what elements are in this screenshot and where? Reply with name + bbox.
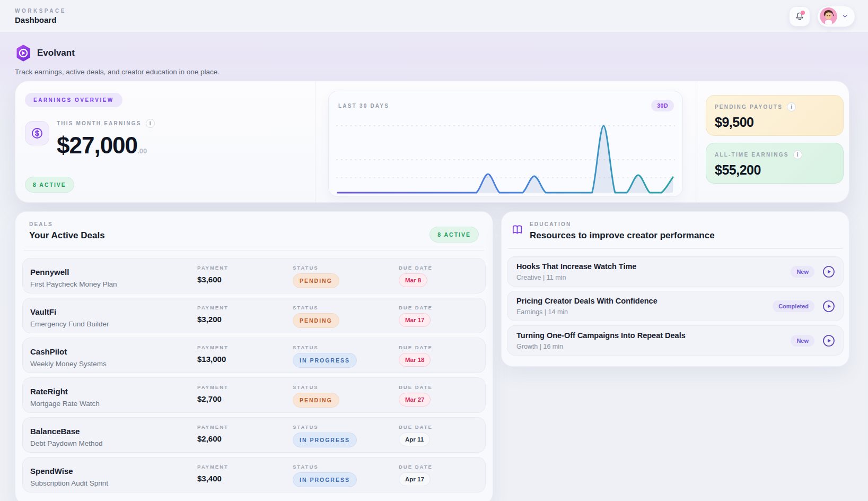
payment-value: $13,000: [197, 355, 293, 364]
deal-status-cell: STATUS PENDING: [293, 384, 399, 412]
pending-payouts-label: PENDING PAYOUTS: [715, 104, 783, 110]
status-badge: PENDING: [293, 393, 339, 408]
earnings-overview-badge: EARNINGS OVERVIEW: [25, 93, 122, 107]
education-panel: EDUCATION Resources to improve creator p…: [501, 211, 849, 367]
deal-row[interactable]: RateRight Mortgage Rate Watch PAYMENT $2…: [22, 377, 486, 413]
deal-payment-cell: PAYMENT $3,200: [197, 305, 293, 333]
alltime-earnings-value: $55,200: [715, 162, 835, 178]
status-badge: IN PROGRESS: [293, 353, 357, 368]
this-month-earnings: THIS MONTH EARNINGS i $27,000.00: [25, 119, 302, 159]
due-date-badge: Mar 27: [399, 393, 431, 407]
education-item[interactable]: Hooks That Increase Watch Time Creative …: [507, 256, 844, 287]
deal-due-cell: DUE DATE Mar 8: [399, 265, 485, 293]
earnings-line-chart: [336, 114, 675, 197]
payment-column-label: PAYMENT: [197, 464, 293, 470]
deals-list: Pennywell First Paycheck Money Plan PAYM…: [22, 258, 486, 493]
deal-row[interactable]: Pennywell First Paycheck Money Plan PAYM…: [22, 258, 486, 293]
deal-identity: VaultFi Emergency Fund Builder: [30, 305, 197, 333]
deal-identity: Pennywell First Paycheck Money Plan: [30, 265, 197, 293]
deal-name: VaultFi: [30, 307, 197, 316]
bottom-section: DEALS Your Active Deals 8 ACTIVE Pennywe…: [15, 211, 849, 501]
education-section-label: EDUCATION: [530, 221, 715, 227]
info-icon[interactable]: i: [146, 119, 155, 128]
status-badge: PENDING: [293, 273, 339, 288]
info-icon[interactable]: i: [793, 150, 802, 159]
deals-heading: DEALS Your Active Deals: [29, 221, 105, 241]
deals-active-badge: 8 ACTIVE: [429, 227, 479, 243]
play-icon[interactable]: [822, 299, 836, 313]
resource-meta: Growth | 16 min: [516, 343, 791, 350]
info-icon[interactable]: i: [787, 102, 796, 111]
deal-status-cell: STATUS PENDING: [293, 265, 399, 293]
book-icon: [511, 223, 523, 238]
education-heading: EDUCATION Resources to improve creator p…: [530, 221, 715, 241]
payment-column-label: PAYMENT: [197, 265, 293, 271]
month-earnings-amount: $27,000.00: [57, 132, 155, 159]
deal-description: Debt Paydown Method: [30, 439, 197, 447]
play-icon[interactable]: [822, 265, 836, 279]
notification-dot: [801, 11, 805, 15]
payment-column-label: PAYMENT: [197, 384, 293, 390]
due-date-badge: Mar 8: [399, 273, 427, 287]
deal-payment-cell: PAYMENT $13,000: [197, 344, 293, 373]
deal-row[interactable]: VaultFi Emergency Fund Builder PAYMENT $…: [22, 298, 486, 333]
deal-name: Pennywell: [30, 267, 197, 277]
resource-meta: Earnings | 14 min: [516, 308, 773, 316]
deal-identity: BalanceBase Debt Paydown Method: [30, 424, 197, 452]
deal-row[interactable]: SpendWise Subscription Audit Sprint PAYM…: [22, 457, 486, 493]
notifications-button[interactable]: [789, 6, 810, 27]
education-item[interactable]: Turning One-Off Campaigns Into Repeat De…: [507, 325, 844, 356]
stats-pane: PENDING PAYOUTS i $9,500 ALL-TIME EARNIN…: [696, 81, 849, 202]
due-date-badge: Mar 17: [399, 313, 431, 327]
status-column-label: STATUS: [293, 265, 399, 271]
deal-name: RateRight: [30, 387, 197, 396]
status-badge: IN PROGRESS: [293, 472, 357, 487]
education-item-text: Pricing Creator Deals With Confidence Ea…: [516, 297, 773, 316]
app-logo-icon: [15, 45, 32, 62]
deal-row[interactable]: BalanceBase Debt Paydown Method PAYMENT …: [22, 417, 486, 453]
pending-payouts-card: PENDING PAYOUTS i $9,500: [706, 95, 844, 136]
payment-column-label: PAYMENT: [197, 344, 293, 350]
range-badge[interactable]: 30D: [651, 100, 674, 111]
deal-row[interactable]: CashPilot Weekly Money Systems PAYMENT $…: [22, 338, 486, 373]
due-column-label: DUE DATE: [399, 384, 485, 390]
resource-title: Pricing Creator Deals With Confidence: [516, 297, 773, 305]
header-actions: [789, 6, 855, 27]
payment-value: $3,600: [197, 275, 293, 284]
deal-name: CashPilot: [30, 347, 197, 356]
education-item-text: Turning One-Off Campaigns Into Repeat De…: [516, 331, 791, 350]
deal-identity: SpendWise Subscription Audit Sprint: [30, 464, 197, 492]
due-column-label: DUE DATE: [399, 464, 485, 470]
dollar-icon: [25, 121, 49, 145]
status-badge: IN PROGRESS: [293, 433, 357, 447]
earnings-overview-card: EARNINGS OVERVIEW THIS MONTH EARNINGS i …: [15, 81, 849, 203]
deal-payment-cell: PAYMENT $3,400: [197, 464, 293, 492]
user-menu-button[interactable]: [817, 6, 855, 27]
resource-title: Hooks That Increase Watch Time: [516, 262, 791, 271]
education-title: Resources to improve creator performance: [530, 230, 715, 241]
chart-pane: LAST 30 DAYS 30D: [315, 81, 696, 202]
deal-status-cell: STATUS IN PROGRESS: [293, 424, 399, 452]
deal-due-cell: DUE DATE Mar 17: [399, 305, 485, 333]
play-icon[interactable]: [822, 334, 836, 348]
deal-due-cell: DUE DATE Mar 18: [399, 344, 485, 373]
deal-status-cell: STATUS IN PROGRESS: [293, 464, 399, 492]
deal-description: First Paycheck Money Plan: [30, 280, 197, 288]
education-item[interactable]: Pricing Creator Deals With Confidence Ea…: [507, 291, 844, 321]
deal-description: Weekly Money Systems: [30, 360, 197, 368]
deal-due-cell: DUE DATE Apr 11: [399, 424, 485, 452]
earnings-pane: EARNINGS OVERVIEW THIS MONTH EARNINGS i …: [15, 81, 315, 202]
deal-payment-cell: PAYMENT $3,600: [197, 265, 293, 293]
payment-value: $2,700: [197, 394, 293, 403]
earnings-chart-card: LAST 30 DAYS 30D: [328, 91, 683, 197]
page-title: Dashboard: [15, 15, 66, 24]
deal-due-cell: DUE DATE Mar 27: [399, 384, 485, 412]
status-badge: PENDING: [293, 313, 339, 328]
education-item-text: Hooks That Increase Watch Time Creative …: [516, 262, 791, 281]
resource-status-badge: New: [791, 266, 814, 278]
payment-column-label: PAYMENT: [197, 424, 293, 430]
hero: Evolvant Track earnings, active deals, a…: [0, 33, 868, 76]
deal-payment-cell: PAYMENT $2,700: [197, 384, 293, 412]
payment-value: $3,400: [197, 474, 293, 483]
resource-status-badge: New: [791, 335, 814, 347]
